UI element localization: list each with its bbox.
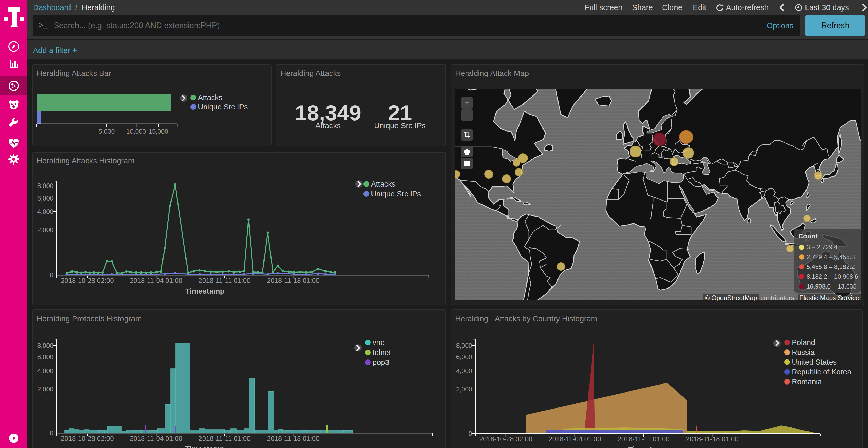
- svg-text:5,455.8 – 8,182.2: 5,455.8 – 8,182.2: [807, 263, 855, 270]
- svg-text:2018-11-11 01:00: 2018-11-11 01:00: [617, 435, 669, 443]
- svg-text:4,000: 4,000: [37, 208, 54, 215]
- svg-text:Timestamp: Timestamp: [628, 445, 668, 448]
- svg-text:2018-10-28 02:00: 2018-10-28 02:00: [61, 277, 114, 284]
- svg-text:2018-11-11 01:00: 2018-11-11 01:00: [198, 277, 250, 284]
- svg-text:Timestamp: Timestamp: [185, 445, 225, 448]
- svg-text:Timestamp: Timestamp: [185, 287, 225, 295]
- svg-text:2018-11-11 01:00: 2018-11-11 01:00: [198, 435, 250, 442]
- svg-text:2018-11-18 01:00: 2018-11-18 01:00: [267, 435, 319, 442]
- svg-text:2018-11-18 01:00: 2018-11-18 01:00: [267, 277, 319, 284]
- svg-text:8,182.2 – 10,908.6: 8,182.2 – 10,908.6: [807, 273, 858, 280]
- svg-text:United States: United States: [792, 358, 837, 366]
- svg-text:2018-10-28 02:00: 2018-10-28 02:00: [61, 435, 114, 442]
- svg-text:6,000: 6,000: [37, 353, 54, 360]
- svg-text:8,000: 8,000: [37, 342, 54, 349]
- svg-text:15,000: 15,000: [149, 128, 168, 135]
- svg-text:2018-11-18 01:00: 2018-11-18 01:00: [686, 435, 738, 443]
- svg-text:2,000: 2,000: [37, 385, 54, 393]
- svg-text:0: 0: [50, 429, 54, 437]
- svg-text:6,000: 6,000: [37, 195, 54, 202]
- svg-text:8,000: 8,000: [37, 182, 54, 189]
- svg-text:Unique Src IPs: Unique Src IPs: [198, 103, 248, 111]
- svg-text:5,000: 5,000: [99, 128, 115, 135]
- svg-text:0: 0: [50, 272, 54, 279]
- svg-text:2,729.4 – 5,455.8: 2,729.4 – 5,455.8: [807, 253, 855, 261]
- svg-text:Republic of Korea: Republic of Korea: [792, 368, 851, 376]
- svg-text:Poland: Poland: [792, 338, 815, 347]
- svg-text:2018-11-04 01:00: 2018-11-04 01:00: [549, 435, 601, 443]
- svg-text:telnet: telnet: [373, 348, 391, 357]
- svg-text:0: 0: [469, 430, 472, 437]
- svg-text:6,000: 6,000: [456, 353, 472, 360]
- svg-text:Unique Src IPs: Unique Src IPs: [371, 190, 421, 198]
- svg-text:2018-11-04 01:00: 2018-11-04 01:00: [130, 435, 182, 442]
- svg-text:4,000: 4,000: [37, 367, 54, 374]
- svg-text:8,000: 8,000: [456, 342, 472, 349]
- svg-text:pop3: pop3: [373, 358, 389, 367]
- svg-text:2,000: 2,000: [37, 226, 54, 234]
- svg-text:10,908.6 – 13,635: 10,908.6 – 13,635: [807, 283, 857, 290]
- svg-text:10,000: 10,000: [126, 128, 146, 135]
- svg-text:Russia: Russia: [792, 348, 815, 356]
- svg-text:2018-10-28 02:00: 2018-10-28 02:00: [479, 435, 532, 443]
- svg-text:Attacks: Attacks: [198, 94, 222, 102]
- svg-text:4,000: 4,000: [456, 367, 472, 374]
- svg-text:3 – 2,729.4: 3 – 2,729.4: [807, 244, 838, 250]
- svg-text:Romania: Romania: [792, 378, 822, 386]
- svg-text:Attacks: Attacks: [371, 180, 396, 188]
- svg-text:2,000: 2,000: [456, 385, 472, 393]
- svg-text:2018-11-04 01:00: 2018-11-04 01:00: [130, 277, 182, 284]
- svg-text:vnc: vnc: [373, 338, 384, 347]
